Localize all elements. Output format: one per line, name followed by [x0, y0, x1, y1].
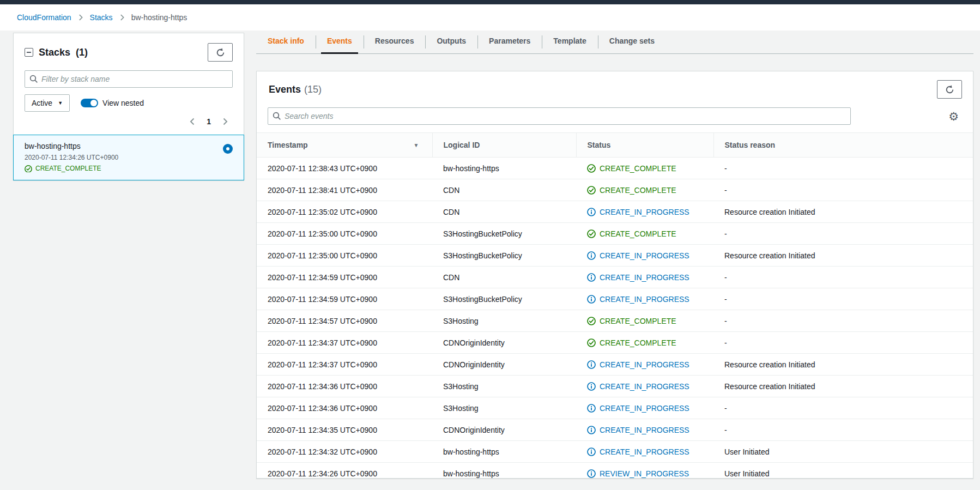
pagination-previous-button[interactable]: [188, 117, 197, 126]
event-timestamp: 2020-07-11 12:34:57 UTC+0900: [257, 310, 432, 332]
stack-filter-box: [25, 70, 233, 88]
tab-resources[interactable]: Resources: [364, 30, 426, 53]
status-info-icon: [587, 404, 596, 413]
stacks-panel: Stacks (1) Active ▼ View nested: [13, 33, 244, 180]
event-status: CREATE_IN_PROGRESS: [587, 404, 703, 413]
event-row: 2020-07-11 12:34:37 UTC+0900 CDNOriginId…: [257, 354, 973, 376]
column-header-status: Status: [576, 133, 713, 158]
stack-item-radio-selected[interactable]: [223, 144, 233, 154]
tab-events[interactable]: Events: [316, 30, 364, 53]
tab-outputs[interactable]: Outputs: [425, 30, 477, 53]
event-timestamp: 2020-07-11 12:34:59 UTC+0900: [257, 267, 432, 288]
event-status: CREATE_IN_PROGRESS: [587, 251, 703, 260]
event-row: 2020-07-11 12:35:00 UTC+0900 S3HostingBu…: [257, 223, 973, 245]
event-logical-id: S3HostingBucketPolicy: [432, 245, 576, 267]
event-timestamp: 2020-07-11 12:38:43 UTC+0900: [257, 158, 432, 179]
status-info-icon: [587, 382, 596, 391]
tab-parameters[interactable]: Parameters: [477, 30, 542, 53]
event-status: CREATE_IN_PROGRESS: [587, 382, 703, 391]
events-settings-button[interactable]: ⚙: [945, 111, 962, 122]
column-header-timestamp[interactable]: Timestamp ▼: [257, 133, 432, 158]
collapse-panel-icon[interactable]: [25, 48, 33, 57]
stacks-refresh-button[interactable]: [208, 43, 233, 62]
status-success-icon: [25, 165, 32, 172]
status-info-icon: [587, 208, 596, 216]
tab-label: Template: [553, 37, 586, 45]
view-nested-toggle-group[interactable]: View nested: [81, 99, 144, 107]
tabs: Stack infoEventsResourcesOutputsParamete…: [256, 30, 973, 54]
event-timestamp: 2020-07-11 12:35:02 UTC+0900: [257, 201, 432, 223]
pagination-next-button[interactable]: [221, 117, 229, 126]
event-status-reason: Resource creation Initiated: [713, 354, 973, 376]
events-refresh-button[interactable]: [937, 80, 962, 99]
events-search-box: [268, 107, 851, 125]
event-status: CREATE_IN_PROGRESS: [587, 360, 703, 369]
event-status: CREATE_IN_PROGRESS: [587, 295, 703, 304]
status-info-icon: [587, 360, 596, 369]
event-status-reason: -: [713, 223, 973, 245]
event-logical-id: bw-hosting-https: [432, 463, 576, 479]
event-row: 2020-07-11 12:35:00 UTC+0900 S3HostingBu…: [257, 245, 973, 267]
status-info-icon: [587, 295, 596, 304]
event-logical-id: CDN: [432, 179, 576, 201]
event-status-reason: -: [713, 310, 973, 332]
event-row: 2020-07-11 12:38:41 UTC+0900 CDN CREATE_…: [257, 179, 973, 201]
breadcrumb-current-page: bw-hosting-https: [131, 13, 187, 22]
event-status-reason: -: [713, 179, 973, 201]
stack-list-item[interactable]: bw-hosting-https 2020-07-11 12:34:26 UTC…: [13, 135, 244, 180]
stack-item-timestamp: 2020-07-11 12:34:26 UTC+0900: [25, 154, 233, 161]
event-status-reason: Resource creation Initiated: [713, 201, 973, 223]
tab-template[interactable]: Template: [542, 30, 597, 53]
tab-label: Resources: [375, 37, 414, 45]
events-table-header-row: Timestamp ▼ Logical ID Status Status rea…: [257, 133, 973, 158]
event-timestamp: 2020-07-11 12:34:32 UTC+0900: [257, 441, 432, 463]
event-row: 2020-07-11 12:34:35 UTC+0900 CDNOriginId…: [257, 419, 973, 441]
breadcrumb: CloudFormation Stacks bw-hosting-https: [0, 4, 980, 31]
event-status-reason: -: [713, 267, 973, 288]
breadcrumb-stacks-link[interactable]: Stacks: [90, 13, 113, 22]
view-nested-toggle[interactable]: [81, 99, 98, 107]
event-logical-id: bw-hosting-https: [432, 441, 576, 463]
events-search-input[interactable]: [285, 112, 846, 120]
event-status-reason: User Initiated: [713, 441, 973, 463]
event-logical-id: S3Hosting: [432, 376, 576, 397]
events-panel: Events (15) ⚙ Timestamp ▼: [256, 71, 973, 479]
event-row: 2020-07-11 12:34:32 UTC+0900 bw-hosting-…: [257, 441, 973, 463]
pagination-page-number[interactable]: 1: [207, 117, 211, 126]
refresh-icon: [215, 47, 226, 58]
event-status-reason: -: [713, 332, 973, 354]
event-logical-id: S3Hosting: [432, 397, 576, 419]
chevron-right-icon: [77, 14, 84, 21]
stacks-count-badge: (1): [76, 47, 88, 58]
gear-icon: ⚙: [948, 110, 959, 123]
tab-label: Parameters: [489, 37, 530, 45]
stack-filter-input[interactable]: [41, 75, 228, 83]
tab-stack-info[interactable]: Stack info: [256, 30, 316, 53]
status-info-icon: [587, 426, 596, 434]
stack-status-filter-dropdown[interactable]: Active ▼: [25, 94, 70, 112]
breadcrumb-cloudformation-link[interactable]: CloudFormation: [17, 13, 71, 22]
status-success-icon: [587, 186, 596, 195]
event-timestamp: 2020-07-11 12:34:59 UTC+0900: [257, 288, 432, 310]
view-nested-label: View nested: [102, 99, 144, 107]
stack-status-filter-value: Active: [32, 99, 52, 107]
event-timestamp: 2020-07-11 12:34:35 UTC+0900: [257, 419, 432, 441]
tab-change-sets[interactable]: Change sets: [598, 30, 666, 53]
tab-label: Outputs: [437, 37, 466, 45]
status-success-icon: [587, 164, 596, 173]
event-status: CREATE_COMPLETE: [587, 186, 703, 195]
status-info-icon: [587, 273, 596, 282]
event-status: CREATE_IN_PROGRESS: [587, 273, 703, 282]
stack-item-status: CREATE_COMPLETE: [35, 165, 101, 172]
event-status-reason: Resource creation Initiated: [713, 245, 973, 267]
stack-detail-tabs: Stack infoEventsResourcesOutputsParamete…: [256, 30, 973, 54]
stacks-panel-title: Stacks: [39, 47, 70, 58]
status-info-icon: [587, 469, 596, 478]
event-row: 2020-07-11 12:34:26 UTC+0900 bw-hosting-…: [257, 463, 973, 479]
event-status-reason: -: [713, 419, 973, 441]
event-status-reason: -: [713, 288, 973, 310]
event-timestamp: 2020-07-11 12:34:26 UTC+0900: [257, 463, 432, 479]
sort-descending-icon: ▼: [414, 142, 419, 148]
events-table: Timestamp ▼ Logical ID Status Status rea…: [257, 132, 973, 479]
event-status: CREATE_IN_PROGRESS: [587, 447, 703, 456]
